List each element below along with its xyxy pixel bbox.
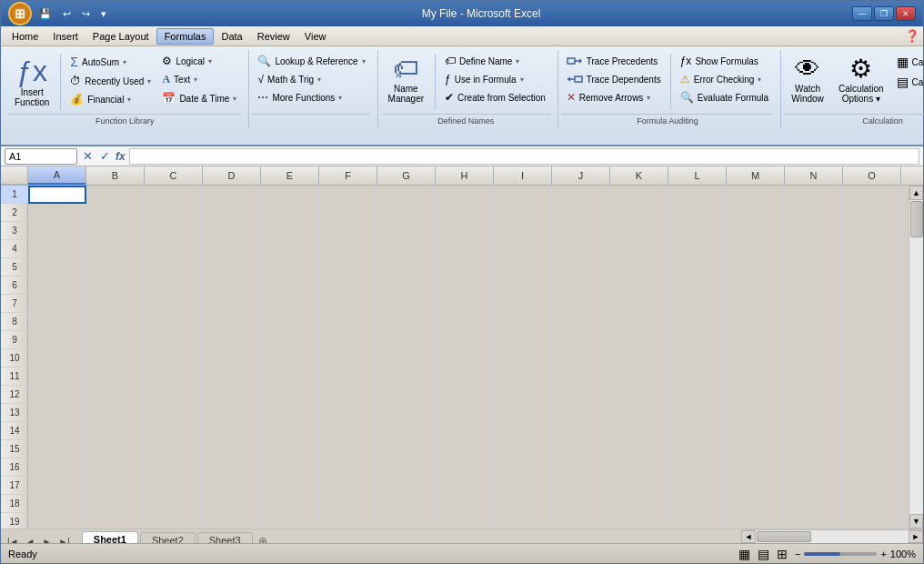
cell[interactable] <box>843 186 901 204</box>
cell[interactable] <box>377 440 436 458</box>
cell[interactable] <box>727 513 785 529</box>
menu-home[interactable]: Home <box>5 29 45 44</box>
cell[interactable] <box>727 295 785 313</box>
cell[interactable] <box>377 349 436 368</box>
close-btn[interactable]: ✕ <box>896 6 916 21</box>
cell[interactable] <box>86 240 145 258</box>
formula-bar-expand-icon[interactable]: ✕ <box>81 147 95 165</box>
cell[interactable] <box>28 258 86 277</box>
h-scroll-thumb[interactable] <box>757 531 811 542</box>
cell[interactable] <box>436 240 494 258</box>
cell[interactable] <box>610 277 668 295</box>
cell[interactable] <box>203 331 261 349</box>
cell[interactable] <box>261 349 319 368</box>
cell[interactable] <box>727 495 785 513</box>
cell[interactable] <box>785 495 843 513</box>
cell[interactable] <box>28 313 86 331</box>
col-header-J[interactable]: J <box>552 166 610 185</box>
row-num-13[interactable]: 13 <box>1 404 28 422</box>
cell[interactable] <box>436 331 494 349</box>
cell[interactable] <box>785 422 843 440</box>
sheet-tab-sheet2[interactable]: Sheet2 <box>140 532 196 543</box>
cell[interactable] <box>552 204 610 222</box>
row-num-3[interactable]: 3 <box>1 222 28 240</box>
cell[interactable] <box>319 513 377 529</box>
cell[interactable] <box>319 258 377 277</box>
save-qat-btn[interactable]: 💾 <box>35 6 55 22</box>
cell[interactable] <box>86 368 145 386</box>
row-num-7[interactable]: 7 <box>1 295 28 313</box>
cell[interactable] <box>494 204 552 222</box>
cell[interactable] <box>28 331 86 349</box>
cell[interactable] <box>28 222 86 240</box>
cell[interactable] <box>203 386 261 404</box>
cell[interactable] <box>668 277 727 295</box>
scroll-track[interactable] <box>909 200 923 514</box>
tab-last-btn[interactable]: ►| <box>55 536 73 543</box>
cell[interactable] <box>319 422 377 440</box>
cell[interactable] <box>494 477 552 495</box>
cell[interactable] <box>610 495 668 513</box>
cell[interactable] <box>203 222 261 240</box>
cell[interactable] <box>203 422 261 440</box>
cell[interactable] <box>436 422 494 440</box>
cell[interactable] <box>86 277 145 295</box>
cell[interactable] <box>28 440 86 458</box>
cell[interactable] <box>436 368 494 386</box>
cell[interactable] <box>28 422 86 440</box>
cell[interactable] <box>28 277 86 295</box>
cell[interactable] <box>145 513 203 529</box>
tab-prev-btn[interactable]: ◄ <box>24 536 38 543</box>
cell[interactable] <box>28 458 86 477</box>
cell[interactable] <box>610 422 668 440</box>
cell[interactable] <box>377 240 436 258</box>
cell[interactable] <box>145 295 203 313</box>
h-scroll-right-arrow[interactable]: ► <box>909 530 923 543</box>
cell[interactable] <box>261 313 319 331</box>
cell[interactable] <box>668 404 727 422</box>
col-header-L[interactable]: L <box>668 166 727 185</box>
cell[interactable] <box>552 368 610 386</box>
cell[interactable] <box>28 240 86 258</box>
cell[interactable] <box>436 277 494 295</box>
lookup-btn[interactable]: 🔍 Lookup & Reference ▾ <box>253 52 369 70</box>
cell[interactable] <box>86 204 145 222</box>
cell[interactable] <box>261 458 319 477</box>
cell[interactable] <box>145 204 203 222</box>
cell[interactable] <box>494 440 552 458</box>
col-header-F[interactable]: F <box>319 166 377 185</box>
cell[interactable] <box>436 222 494 240</box>
cell[interactable] <box>145 349 203 368</box>
cell[interactable] <box>668 422 727 440</box>
cell[interactable] <box>610 295 668 313</box>
calc-now-btn[interactable]: ▦ Calculate Now <box>892 52 924 72</box>
menu-page-layout[interactable]: Page Layout <box>85 29 156 44</box>
menu-data[interactable]: Data <box>214 29 249 44</box>
cell[interactable] <box>494 222 552 240</box>
zoom-in-btn[interactable]: + <box>880 549 886 559</box>
cell[interactable] <box>145 277 203 295</box>
cell[interactable] <box>261 331 319 349</box>
cell[interactable] <box>843 258 901 277</box>
cell[interactable] <box>785 349 843 368</box>
cell[interactable] <box>377 422 436 440</box>
cell[interactable] <box>377 295 436 313</box>
row-num-1[interactable]: 1 <box>1 186 28 204</box>
cell[interactable] <box>843 440 901 458</box>
cell[interactable] <box>377 368 436 386</box>
cell[interactable] <box>727 422 785 440</box>
cell[interactable] <box>145 313 203 331</box>
cell[interactable] <box>261 495 319 513</box>
cell[interactable] <box>610 240 668 258</box>
cell[interactable] <box>494 240 552 258</box>
cell[interactable] <box>843 331 901 349</box>
cell[interactable] <box>552 422 610 440</box>
cell[interactable] <box>261 386 319 404</box>
v-scrollbar[interactable]: ▲ ▼ <box>909 186 923 529</box>
fx-label[interactable]: fx <box>116 150 126 163</box>
cell[interactable] <box>261 258 319 277</box>
cell[interactable] <box>86 495 145 513</box>
cell[interactable] <box>610 349 668 368</box>
cell[interactable] <box>203 495 261 513</box>
cell[interactable] <box>727 313 785 331</box>
